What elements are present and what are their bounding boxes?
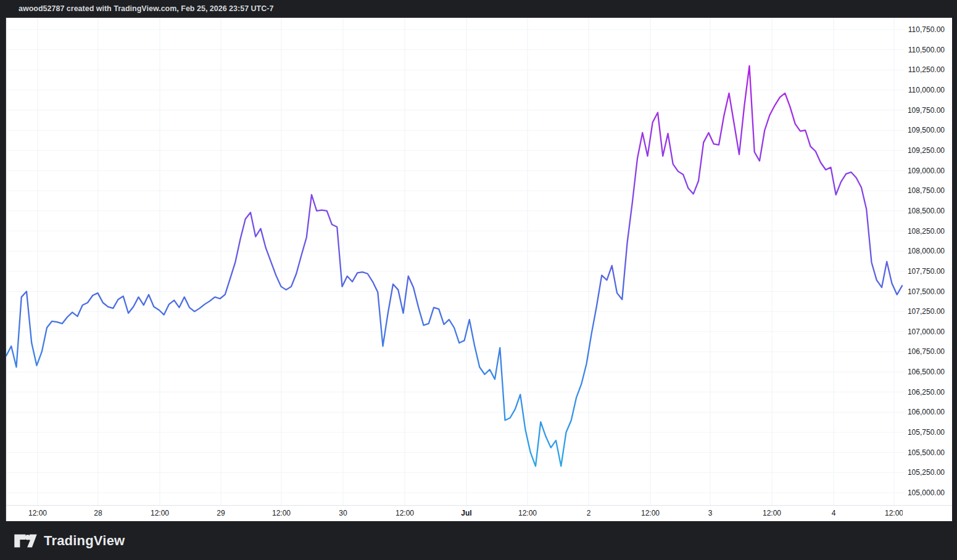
price-tick-label: 106,250.00 [908, 387, 945, 397]
time-axis[interactable]: 12:002812:002912:003012:00Jul12:00212:00… [6, 505, 952, 522]
time-tick-label: 12:00 [641, 509, 660, 517]
time-tick-label: 29 [217, 509, 225, 517]
price-tick-label: 105,750.00 [908, 427, 945, 437]
price-tick-label: 109,500.00 [908, 125, 945, 135]
price-tick-label: 108,250.00 [908, 226, 945, 236]
time-tick-label: 4 [832, 509, 836, 517]
price-tick-label: 110,250.00 [908, 65, 945, 75]
tradingview-logo-text: TradingView [44, 533, 125, 549]
price-series-line[interactable] [6, 66, 902, 466]
tradingview-logo-icon [14, 533, 38, 549]
time-axis-labels: 12:002812:002912:003012:00Jul12:00212:00… [6, 506, 903, 522]
time-tick-label: 12:00 [28, 509, 47, 517]
time-tick-label: 28 [94, 509, 102, 517]
price-tick-label: 110,750.00 [908, 25, 945, 35]
chart-area: 110,750.00110,500.00110,250.00110,000.00… [6, 17, 952, 522]
time-tick-label: 12:00 [272, 509, 291, 517]
tradingview-logo[interactable]: TradingView [14, 533, 125, 549]
price-tick-label: 107,750.00 [908, 266, 945, 276]
price-tick-label: 109,250.00 [908, 146, 945, 155]
price-tick-label: 110,000.00 [908, 85, 945, 95]
price-tick-label: 106,000.00 [908, 407, 945, 417]
price-tick-label: 109,750.00 [908, 105, 945, 115]
price-tick-label: 108,000.00 [908, 246, 945, 256]
price-axis[interactable]: 110,750.00110,500.00110,250.00110,000.00… [905, 18, 952, 505]
time-tick-label: 12:00 [151, 509, 169, 517]
price-tick-label: 106,500.00 [908, 367, 945, 377]
time-tick-label: 12:00 [763, 509, 781, 517]
price-tick-label: 109,000.00 [908, 166, 945, 176]
price-tick-label: 107,000.00 [908, 327, 945, 337]
price-tick-label: 106,750.00 [908, 347, 945, 356]
price-tick-label: 105,250.00 [908, 467, 945, 477]
time-tick-label: 12:00 [396, 509, 414, 517]
watermark-text: awood52787 created with TradingView.com,… [0, 0, 957, 18]
time-tick-label: Jul [461, 509, 471, 517]
price-tick-label: 105,000.00 [908, 488, 945, 498]
time-tick-label: 3 [708, 509, 713, 517]
price-line-chart[interactable] [6, 18, 905, 505]
time-tick-label: 12:00 [518, 509, 537, 517]
time-tick-label: 2 [587, 509, 591, 517]
time-tick-label: 30 [339, 509, 347, 517]
price-tick-label: 108,750.00 [908, 186, 945, 196]
time-tick-label: 12:00 [885, 509, 903, 517]
branding-bar: TradingView [0, 521, 957, 560]
price-tick-label: 107,500.00 [908, 287, 945, 297]
price-tick-label: 107,250.00 [908, 307, 945, 316]
price-tick-label: 108,500.00 [908, 206, 945, 216]
watermark-bar: awood52787 created with TradingView.com,… [0, 0, 957, 17]
price-tick-label: 110,500.00 [908, 45, 945, 55]
price-tick-label: 105,500.00 [908, 448, 945, 458]
